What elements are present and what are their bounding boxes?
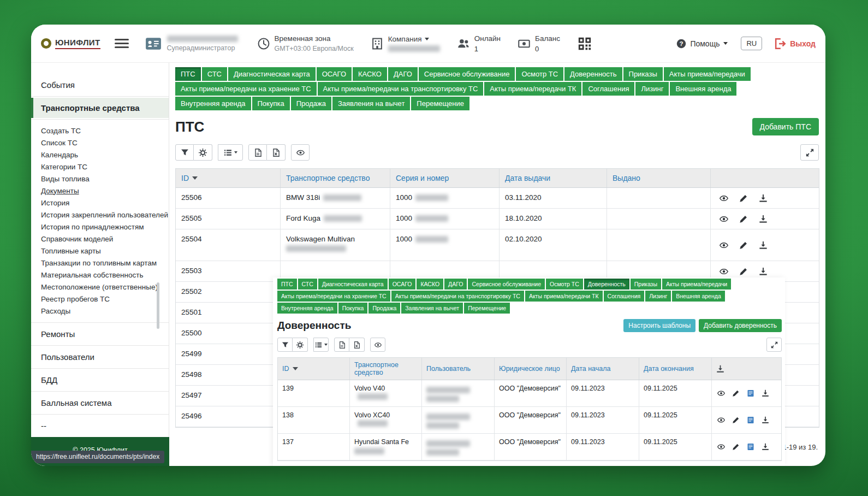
help-menu[interactable]: Помощь (676, 39, 728, 49)
sidebar-item-fuel-types[interactable]: Виды топлива (31, 173, 169, 185)
sidebar-item-expenses[interactable]: Расходы (31, 305, 169, 317)
overlay-tab-leasing[interactable]: Лизинг (645, 291, 671, 302)
sidebar-item-location-responsible[interactable]: Местоположение (ответственные) (31, 281, 169, 293)
edit-button[interactable] (738, 214, 749, 225)
tab-orders[interactable]: Приказы (623, 67, 663, 81)
download-button[interactable] (758, 214, 769, 225)
download-button[interactable] (760, 415, 770, 425)
sidebar-scrollbar[interactable] (157, 282, 159, 329)
column-header-id[interactable]: ID (176, 169, 281, 187)
column-header-vehicle[interactable]: Транспортное средство (350, 358, 422, 380)
edit-button[interactable] (738, 240, 749, 251)
edit-button[interactable] (731, 442, 741, 452)
template-document-button[interactable] (746, 388, 756, 398)
overlay-tab-sts[interactable]: СТС (298, 279, 317, 290)
tab-external-rent[interactable]: Внешняя аренда (670, 82, 736, 96)
fullscreen-button[interactable] (766, 338, 782, 352)
tab-osago[interactable]: ОСАГО (317, 67, 352, 81)
edit-button[interactable] (731, 388, 741, 398)
sidebar-item-fuel-card-transactions[interactable]: Транзакции по топливным картам (31, 257, 169, 269)
tab-sts[interactable]: СТС (202, 67, 227, 81)
add-attorney-button[interactable]: Добавить доверенность (699, 319, 782, 332)
columns-button[interactable] (313, 338, 329, 352)
tab-leasing[interactable]: Лизинг (635, 82, 669, 96)
tab-purchase[interactable]: Покупка (252, 97, 290, 110)
menu-toggle-button[interactable] (115, 37, 129, 50)
qr-code-button[interactable] (578, 37, 592, 51)
sidebar-item-ownership-history[interactable]: История по принадлежностям (31, 221, 169, 233)
sidebar-item-fuel-cards[interactable]: Топливные карты (31, 245, 169, 257)
overlay-tab-acceptance[interactable]: Акты приема/передачи (662, 279, 731, 290)
export-doc-button[interactable] (334, 338, 349, 352)
app-logo[interactable]: ЮНИФЛИТ (41, 38, 100, 49)
tab-acceptance-storage[interactable]: Акты приема/передачи на хранение ТС (175, 82, 317, 96)
view-button[interactable] (718, 240, 729, 251)
overlay-tab-sale[interactable]: Продажа (368, 303, 400, 314)
tab-agreements[interactable]: Соглашения (582, 82, 634, 96)
template-document-button[interactable] (746, 415, 756, 425)
tab-dago[interactable]: ДАГО (388, 67, 418, 81)
view-button[interactable] (716, 388, 726, 398)
overlay-tab-agreements[interactable]: Соглашения (604, 291, 645, 302)
download-button[interactable] (758, 193, 769, 204)
tab-internal-rent[interactable]: Внутренняя аренда (175, 97, 251, 110)
export-xls-button[interactable] (267, 144, 286, 161)
column-header-start-date[interactable]: Дата начала (567, 358, 639, 380)
sidebar-item-assignment-history[interactable]: История закреплений пользователей (31, 209, 169, 221)
column-header-issued-by[interactable]: Выдано (607, 169, 711, 187)
company-selector[interactable]: Компания (371, 35, 440, 52)
overlay-tab-external-rent[interactable]: Внешняя аренда (672, 291, 724, 302)
tab-sale[interactable]: Продажа (291, 97, 331, 110)
overlay-tab-pts[interactable]: ПТС (277, 279, 297, 290)
sidebar-item-points-system[interactable]: Балльная система (31, 393, 169, 413)
overlay-tab-orders[interactable]: Приказы (631, 279, 661, 290)
column-header-user[interactable]: Пользователь (422, 358, 495, 380)
sidebar-item-documents[interactable]: Документы (31, 185, 169, 197)
tab-service[interactable]: Сервисное обслуживание (419, 67, 515, 81)
sidebar-item-users[interactable]: Пользователи (31, 347, 169, 367)
sidebar-item-bdd[interactable]: БДД (31, 370, 169, 390)
sidebar-item-vehicles[interactable]: Транспортные средства (31, 98, 169, 118)
tab-relocation[interactable]: Перемещение (411, 97, 469, 110)
column-header-issue-date[interactable]: Дата выдачи (500, 169, 607, 187)
overlay-tab-acceptance-storage[interactable]: Акты приема/передачи на хранение ТС (277, 291, 390, 302)
sidebar-item-categories[interactable]: Категории ТС (31, 161, 169, 173)
overlay-tab-acceptance-tk[interactable]: Акты приема/передачи ТК (525, 291, 603, 302)
visibility-button[interactable] (291, 144, 310, 161)
settings-button[interactable] (194, 144, 212, 161)
column-header-download[interactable] (712, 358, 781, 380)
settings-button[interactable] (293, 338, 308, 352)
view-button[interactable] (718, 266, 729, 277)
sidebar-item-mileage-registry[interactable]: Реестр пробегов ТС (31, 293, 169, 305)
tab-acceptance-tk[interactable]: Акты приема/передачи ТК (484, 82, 581, 96)
configure-templates-button[interactable]: Настроить шаблоны (623, 319, 695, 332)
add-pts-button[interactable]: Добавить ПТС (752, 118, 819, 135)
tab-diagnostic-card[interactable]: Диагностическая карта (228, 67, 316, 81)
export-xls-button[interactable] (349, 338, 365, 352)
download-button[interactable] (760, 442, 770, 452)
sidebar-item-material-property[interactable]: Материальная собственность (31, 269, 169, 281)
sidebar-item-events[interactable]: События (31, 75, 169, 95)
sidebar-item-model-directory[interactable]: Справочник моделей (31, 233, 169, 245)
edit-button[interactable] (738, 266, 749, 277)
language-button[interactable]: RU (741, 37, 762, 50)
overlay-tab-dago[interactable]: ДАГО (444, 279, 467, 290)
overlay-tab-deduction[interactable]: Заявления на вычет (401, 303, 463, 314)
columns-button[interactable] (218, 144, 243, 161)
overlay-tab-attorney[interactable]: Доверенность (584, 279, 629, 290)
overlay-tab-service[interactable]: Сервисное обслуживание (468, 279, 545, 290)
tab-pts[interactable]: ПТС (175, 67, 201, 81)
column-header-id[interactable]: ID (278, 358, 350, 380)
column-header-serial[interactable]: Серия и номер (390, 169, 500, 187)
view-button[interactable] (716, 415, 726, 425)
tab-acceptance-transport[interactable]: Акты приема/передачи на транспортировку … (318, 82, 484, 96)
download-button[interactable] (758, 266, 769, 277)
sidebar-item-history[interactable]: История (31, 197, 169, 209)
tab-deduction[interactable]: Заявления на вычет (332, 97, 410, 110)
download-button[interactable] (760, 388, 770, 398)
overlay-tab-kasko[interactable]: КАСКО (417, 279, 443, 290)
view-button[interactable] (716, 442, 726, 452)
edit-button[interactable] (738, 193, 749, 204)
sidebar-item-calendar[interactable]: Календарь (31, 149, 169, 161)
filter-button[interactable] (277, 338, 293, 352)
